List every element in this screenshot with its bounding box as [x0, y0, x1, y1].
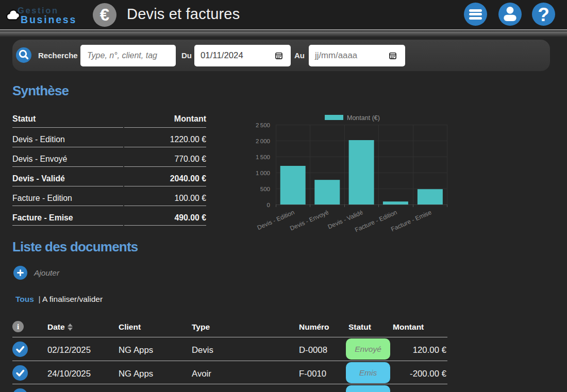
svg-text:500: 500 [260, 186, 270, 192]
svg-text:Montant (€): Montant (€) [347, 114, 380, 122]
svg-text:2 500: 2 500 [256, 122, 270, 128]
svg-text:2 000: 2 000 [256, 138, 270, 144]
svg-text:0: 0 [267, 202, 270, 208]
svg-text:Business: Business [21, 14, 77, 25]
svg-text:Devis - Envoyé: Devis - Envoyé [289, 209, 330, 232]
svg-text:1 000: 1 000 [256, 170, 270, 176]
svg-text:1 500: 1 500 [256, 154, 270, 160]
